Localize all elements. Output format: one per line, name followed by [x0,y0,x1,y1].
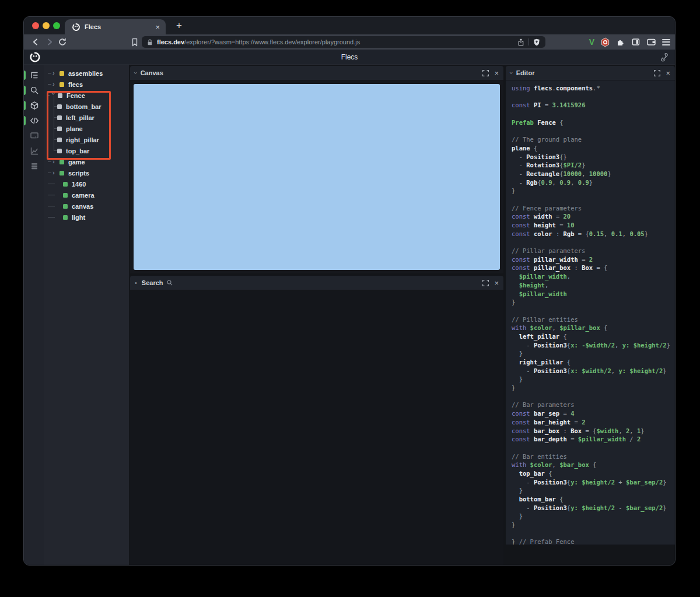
url-bar[interactable]: flecs.dev/explorer/?wasm=https://www.fle… [142,36,545,48]
tree-item-label: flecs [68,81,83,88]
code-line: - Rgb{0.9, 0.9, 0.9} [512,178,675,187]
entity-tree: ›assemblies›flecs›Fencebottom_barleft_pi… [44,68,129,223]
commands-rows-icon[interactable] [24,159,44,174]
bookmark-icon[interactable] [129,36,141,48]
vue-devtools-icon[interactable]: V [589,36,594,48]
share-icon[interactable] [517,38,525,47]
code-line: $pillar_width [512,290,675,298]
canvas-screen-icon[interactable] [24,128,44,143]
stats-chart-icon[interactable] [24,143,44,159]
code-line: } [512,384,675,392]
entity-kind-square [63,215,68,220]
reload-button[interactable] [57,36,68,48]
code-line: - Position3{x: -$width/2, y: $height/2} [512,341,675,350]
search-body[interactable] [130,290,503,565]
tree-item-assemblies[interactable]: ›assemblies [44,68,129,79]
code-line [512,93,675,101]
tree-item-label: plane [66,125,83,132]
sidebar-toggle-icon[interactable] [631,37,640,47]
tree-item-label: left_pillar [66,114,94,121]
code-editor[interactable]: using flecs.components.*const PI = 3.141… [506,80,675,545]
menu-hamburger-icon[interactable] [662,37,670,47]
tree-item-bottom_bar[interactable]: bottom_bar [44,101,129,112]
new-tab-button[interactable]: + [172,19,186,33]
code-line: // Pillar entities [512,315,675,324]
tree-item-scripts[interactable]: ›scripts [44,167,129,178]
code-line: // Pillar parameters [512,247,675,255]
tree-item-flecs[interactable]: ›flecs [44,79,129,90]
entity-kind-square [63,193,68,198]
tree-item-game[interactable]: ›game [44,156,129,167]
code-line: const PI = 3.1415926 [512,101,675,110]
brave-shield-icon[interactable] [533,38,541,47]
tree-item-plane[interactable]: plane [44,123,129,134]
code-line: $pillar_width, [512,272,675,281]
back-button[interactable] [30,36,41,48]
share-link-icon[interactable] [660,52,669,62]
render-canvas[interactable] [134,84,500,270]
tree-item-label: right_pillar [66,136,99,143]
url-divider [528,38,529,45]
tree-item-light[interactable]: light [44,212,129,223]
canvas-panel: › Canvas × [130,66,503,273]
fullscreen-icon[interactable] [482,69,489,77]
tree-item-1460[interactable]: 1460 [44,178,129,189]
extensions-puzzle-icon[interactable] [616,37,625,47]
close-icon[interactable]: × [494,69,499,78]
red-hexagon-extension-icon[interactable] [600,37,610,47]
editor-panel-title: Editor [516,69,535,76]
tree-item-top_bar[interactable]: top_bar [44,145,129,156]
tree-item-camera[interactable]: camera [44,189,129,201]
fullscreen-icon[interactable] [482,279,489,287]
close-icon[interactable]: × [666,69,670,78]
tab-close-icon[interactable]: × [154,23,161,31]
tree-item-label: top_bar [66,148,89,154]
wallet-icon[interactable] [646,37,656,47]
canvas-panel-title: Canvas [141,69,163,76]
browser-tab-flecs[interactable]: Flecs × [65,19,166,34]
browser-window: Flecs × + flecs. [23,16,676,566]
tree-item-right_pillar[interactable]: right_pillar [44,134,129,145]
code-line: } [512,512,675,521]
search-panel: • Search × [130,276,503,565]
main-area: › Canvas × • Search [129,65,675,566]
code-line: } [512,187,675,195]
tree-item-left_pillar[interactable]: left_pillar [44,112,129,123]
code-line: const pillar_width = 2 [512,255,675,264]
code-line: plane { [512,144,675,153]
chevron-down-icon[interactable]: › [508,72,515,74]
panel-dot-icon[interactable]: • [135,279,137,286]
code-line: top_bar { [512,469,675,478]
script-code-icon[interactable] [24,113,44,128]
code-line: - Position3{y: $height/2 + $bar_sep/2} [512,478,675,487]
code-line: Prefab Fence { [512,118,675,127]
desktop-background: Flecs × + flecs. [0,0,700,597]
code-line: - Position3{} [512,153,675,161]
close-window-button[interactable] [32,22,39,29]
code-line [512,127,675,135]
minimize-window-button[interactable] [43,22,50,29]
code-line: - Rectangle{10000, 10000} [512,170,675,178]
tree-item-canvas[interactable]: canvas [44,201,129,212]
code-line [512,195,675,204]
code-line: } // Prefab Fence [512,538,675,545]
entities-cube-icon[interactable] [24,98,44,113]
close-icon[interactable]: × [494,279,499,287]
code-line: with $color, $pillar_box { [512,324,675,332]
chevron-down-icon[interactable]: › [132,72,139,74]
tree-item-Fence[interactable]: ›Fence [44,90,129,101]
query-search-icon[interactable] [24,83,44,98]
forward-button[interactable] [44,36,55,48]
code-line: const bar_box : Box = {$width, 2, 1} [512,427,675,436]
code-line: const bar_sep = 4 [512,409,675,418]
code-line: } [512,298,675,307]
code-line: const height = 10 [512,221,675,230]
code-line: $height, [512,281,675,290]
entity-kind-square [57,138,62,142]
code-line: // Bar entities [512,452,675,461]
fullscreen-icon[interactable] [653,69,661,77]
flecs-logo [29,51,41,63]
zoom-window-button[interactable] [53,22,60,29]
entity-tree-icon[interactable] [24,68,44,83]
code-line: // Bar parameters [512,401,675,409]
